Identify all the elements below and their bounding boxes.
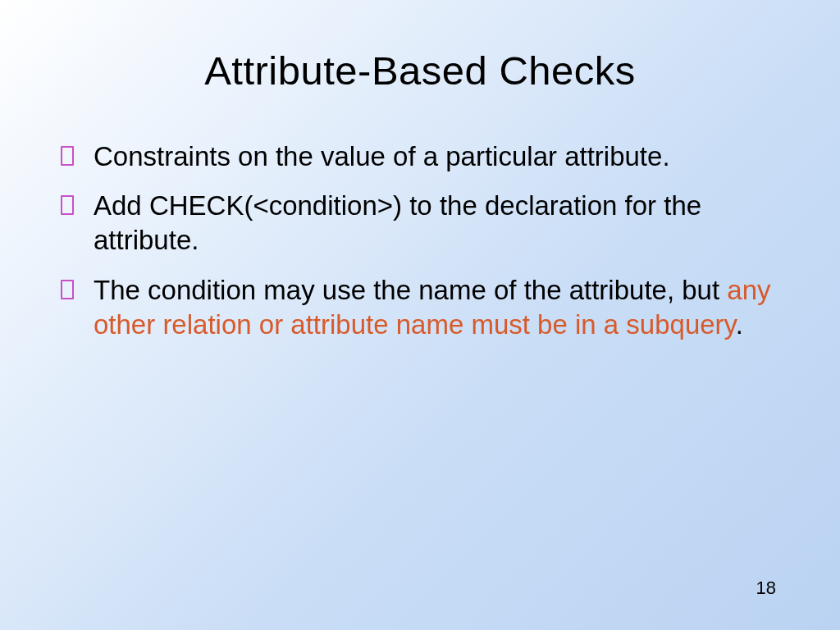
bullet-text-suffix: . <box>736 309 743 340</box>
slide: Attribute-Based Checks Constraints on th… <box>0 0 840 630</box>
page-number: 18 <box>756 578 776 599</box>
bullet-list: Constraints on the value of a particular… <box>57 139 783 342</box>
bullet-text: Constraints on the value of a particular… <box>94 141 670 171</box>
slide-title: Attribute-Based Checks <box>57 48 783 94</box>
bullet-item: The condition may use the name of the at… <box>94 273 783 342</box>
bullet-item: Constraints on the value of a particular… <box>94 139 783 174</box>
bullet-text-prefix: The condition may use the name of the at… <box>94 275 727 305</box>
bullet-item: Add CHECK(<condition>) to the declaratio… <box>94 189 783 258</box>
bullet-text: Add CHECK(<condition>) to the declaratio… <box>94 190 701 255</box>
